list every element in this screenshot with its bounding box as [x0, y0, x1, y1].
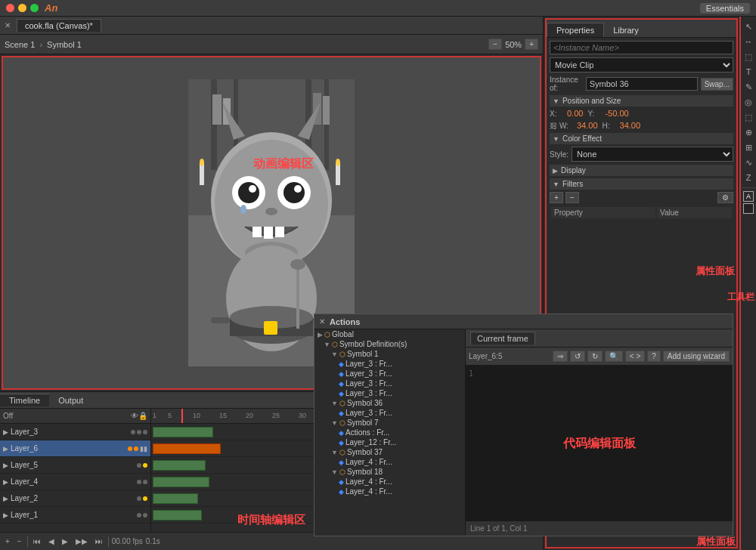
layer-name-6: Layer_6 [11, 444, 125, 453]
tree-sym36-layer[interactable]: ◆ Layer_3 : Fr... [314, 408, 465, 418]
y-value[interactable]: -50.00 [605, 109, 628, 118]
x-label: X: [550, 110, 565, 118]
search-btn[interactable]: 🔍 [605, 351, 623, 362]
tree-symbol-37[interactable]: ▼ ⬡ Symbol 37 [314, 447, 465, 457]
zoom-out-button[interactable]: − [488, 39, 502, 50]
add-filter-btn[interactable]: + [550, 192, 563, 203]
h-value[interactable]: 34.00 [620, 121, 641, 130]
style-select[interactable]: None [572, 147, 733, 162]
tool-pen[interactable]: ✎ [742, 80, 755, 94]
canvas-tab[interactable]: cook.fla (Canvas)* [17, 19, 101, 32]
tree-sym7-layer2[interactable]: ◆ Layer_12 : Fr... [314, 437, 465, 447]
tree-sym37-layer[interactable]: ◆ Layer_4 : Fr... [314, 457, 465, 467]
zoom-in-button[interactable]: + [525, 39, 538, 50]
code-area[interactable]: 1 代码编辑面板 [466, 366, 733, 521]
tab-timeline[interactable]: Timeline [0, 394, 49, 406]
add-layer-btn[interactable]: + [3, 536, 12, 546]
tree-symbol-36[interactable]: ▼ ⬡ Symbol 36 [314, 398, 465, 408]
tool-fill[interactable] [743, 203, 754, 214]
sym7-l1-icon: ◆ [339, 429, 344, 437]
layer-row-6[interactable]: ▶ Layer_6 ▮▮ [0, 440, 150, 457]
tab-output[interactable]: Output [49, 394, 92, 406]
pin-btn[interactable]: ⇒ [553, 351, 568, 362]
h-label: H: [603, 122, 618, 130]
tool-oval[interactable]: ◎ [742, 95, 755, 109]
tool-bone[interactable]: Z [742, 171, 755, 184]
tab-current-frame[interactable]: Current frame [470, 332, 535, 345]
tool-text[interactable]: T [742, 65, 755, 79]
layer-row-2[interactable]: ▶ Layer_2 [0, 490, 150, 507]
prop-panel-annotation-ext: 属性面板 [696, 264, 735, 278]
tool-subselect[interactable]: ↔ [742, 35, 755, 48]
tree-symbol-7[interactable]: ▼ ⬡ Symbol 7 [314, 418, 465, 428]
layer-name-4: Layer_4 [11, 477, 135, 486]
redo-btn[interactable]: ↻ [587, 351, 603, 362]
frame-block-5 [153, 460, 206, 471]
tool-pencil[interactable]: ⊕ [742, 125, 755, 139]
y-label: Y: [587, 110, 603, 118]
layer-row-3[interactable]: ▶ Layer_3 [0, 424, 150, 440]
tree-symbol-18[interactable]: ▼ ⬡ Symbol 18 [314, 467, 465, 477]
add-wizard-btn[interactable]: Add using wizard [663, 351, 730, 362]
layer-header: Off 👁 🔒 [0, 409, 150, 424]
tree-layer-3-fr4[interactable]: ◆ Layer_3 : Fr... [314, 388, 465, 398]
play-btn[interactable]: ▶ [60, 536, 70, 546]
x-value[interactable]: 0.00 [567, 109, 583, 118]
tree-layer-3-fr3[interactable]: ◆ Layer_3 : Fr... [314, 379, 465, 388]
breadcrumb-scene[interactable]: Scene 1 [5, 40, 35, 49]
step-forward-btn[interactable]: ▶▶ [73, 536, 90, 546]
essentials-button[interactable]: Essentials [700, 3, 750, 14]
filter-options-btn[interactable]: ⚙ [717, 192, 733, 203]
help-btn[interactable]: ? [647, 351, 661, 362]
play-end-btn[interactable]: ⏭ [93, 536, 105, 546]
symbol-type-select[interactable]: Movie Clip [550, 57, 733, 73]
instance-of-input[interactable] [586, 77, 698, 91]
tree-global[interactable]: ▶ ⬡ Global [314, 329, 465, 339]
tool-paint[interactable]: ⊞ [742, 141, 755, 154]
tree-sym7-layer1[interactable]: ◆ Actions : Fr... [314, 428, 465, 437]
tree-layer-3-fr1[interactable]: ◆ Layer_3 : Fr... [314, 359, 465, 369]
swap-button[interactable]: Swap... [701, 78, 733, 91]
properties-annotation: 属性面板 [696, 535, 736, 548]
tree-sym18-layer2[interactable]: ◆ Layer_4 : Fr... [314, 487, 465, 496]
layer-icon: ▶ [3, 428, 8, 436]
tool-stroke[interactable]: A [743, 191, 754, 202]
close-button[interactable] [6, 4, 14, 12]
sym7-l2-label: Layer_12 : Fr... [345, 438, 396, 446]
sym18-l1-label: Layer_4 : Fr... [345, 477, 392, 486]
tool-select[interactable]: ↖ [742, 20, 755, 33]
actions-tree: ▶ ⬡ Global ▼ ⬡ Symbol Definition(s) ▼ ⬡ … [314, 329, 466, 536]
breadcrumb-symbol[interactable]: Symbol 1 [47, 40, 82, 49]
tool-lasso[interactable]: ∿ [742, 156, 755, 169]
tree-symbol-1[interactable]: ▼ ⬡ Symbol 1 [314, 349, 465, 359]
layer-2-icon: ▶ [3, 495, 8, 502]
tool-rect[interactable]: ⬚ [742, 110, 755, 124]
actions-close-btn[interactable]: ✕ [319, 317, 325, 326]
remove-filter-btn[interactable]: − [565, 192, 579, 203]
tab-close-icon[interactable]: ✕ [5, 21, 11, 29]
instance-name-input[interactable] [550, 41, 733, 54]
code-view-btn[interactable]: < > [625, 351, 645, 362]
dot-5-1 [137, 463, 141, 468]
minimize-button[interactable] [18, 4, 26, 12]
layer-row-4[interactable]: ▶ Layer_4 [0, 474, 150, 490]
tab-library[interactable]: Library [604, 23, 648, 37]
layer-name-5: Layer_5 [11, 461, 135, 469]
tab-properties[interactable]: Properties [547, 23, 604, 37]
step-back-btn[interactable]: ◀ [46, 536, 57, 546]
tree-symbol-defs[interactable]: ▼ ⬡ Symbol Definition(s) [314, 339, 465, 349]
w-value[interactable]: 34.00 [577, 121, 598, 130]
y-group: Y: -50.00 [587, 109, 628, 118]
delete-layer-btn[interactable]: − [15, 536, 24, 546]
play-back-btn[interactable]: ⏮ [31, 536, 43, 546]
layer-row-1[interactable]: ▶ Layer_1 [0, 507, 150, 524]
editor-tabs: Current frame [466, 329, 733, 348]
tree-sym18-layer1[interactable]: ◆ Layer_4 : Fr... [314, 477, 465, 487]
layer-row-5[interactable]: ▶ Layer_5 [0, 457, 150, 474]
maximize-button[interactable] [30, 4, 39, 12]
sym37-l-icon: ◆ [339, 459, 344, 466]
tree-layer-3-fr2[interactable]: ◆ Layer_3 : Fr... [314, 369, 465, 379]
timeline-annotation: 时间轴编辑区 [237, 513, 305, 527]
tool-transform[interactable]: ⬚ [742, 50, 755, 63]
undo-btn[interactable]: ↺ [570, 351, 585, 362]
